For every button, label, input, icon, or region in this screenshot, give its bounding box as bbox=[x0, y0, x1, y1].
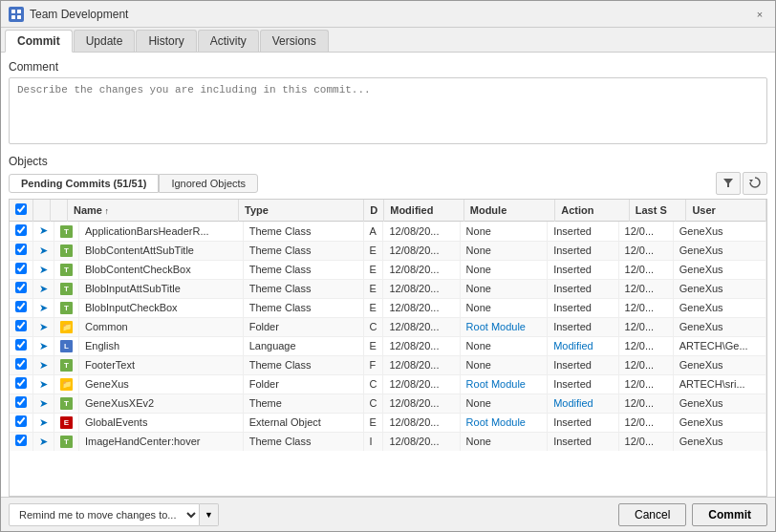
table-row: ➤ T ApplicationBarsHeaderR... Theme Clas… bbox=[10, 222, 766, 241]
row-modified: 12/08/20... bbox=[383, 336, 460, 355]
row-checkbox[interactable] bbox=[15, 377, 27, 389]
object-type-icon: T bbox=[60, 397, 73, 410]
svg-marker-4 bbox=[723, 179, 733, 187]
arrow-icon: ➤ bbox=[39, 321, 48, 332]
row-checkbox[interactable] bbox=[15, 263, 27, 274]
row-arrow-icon-cell: ➤ bbox=[33, 317, 54, 336]
tab-history[interactable]: History bbox=[136, 30, 196, 52]
row-type-icon-cell: T bbox=[54, 394, 79, 413]
col-header-module[interactable]: Module bbox=[463, 200, 554, 222]
arrow-icon: ➤ bbox=[39, 245, 48, 256]
sub-tab-pending[interactable]: Pending Commits (51/51) bbox=[9, 174, 159, 193]
row-type-icon-cell: E bbox=[54, 413, 79, 432]
tab-update[interactable]: Update bbox=[74, 30, 136, 52]
arrow-icon: ➤ bbox=[39, 359, 48, 371]
row-arrow-icon-cell: ➤ bbox=[33, 374, 54, 394]
table-row: ➤ T GeneXusXEv2 Theme C 12/08/20... None… bbox=[10, 394, 766, 413]
sub-tab-ignored[interactable]: Ignored Objects bbox=[159, 174, 258, 193]
row-action: Inserted bbox=[548, 260, 618, 279]
row-checkbox[interactable] bbox=[15, 339, 27, 351]
row-user: GeneXus bbox=[673, 298, 765, 317]
app-icon bbox=[9, 7, 24, 22]
row-d: C bbox=[363, 394, 383, 413]
row-user: GeneXus bbox=[673, 260, 765, 279]
svg-rect-1 bbox=[17, 10, 21, 13]
col-header-name[interactable]: Name bbox=[68, 200, 239, 222]
remind-select[interactable]: Remind me to move changes to... bbox=[9, 503, 200, 526]
row-checkbox[interactable] bbox=[15, 435, 27, 446]
arrow-icon: ➤ bbox=[39, 340, 48, 351]
row-type: Theme Class bbox=[243, 279, 363, 298]
dropdown-chevron-icon: ▼ bbox=[205, 510, 213, 520]
row-module: Root Module bbox=[460, 317, 548, 336]
svg-rect-2 bbox=[11, 15, 15, 19]
row-checkbox[interactable] bbox=[15, 301, 27, 312]
col-header-d[interactable]: D bbox=[364, 200, 384, 222]
col-header-lasts[interactable]: Last S bbox=[629, 200, 686, 222]
main-content: Comment Objects Pending Commits (51/51) … bbox=[1, 53, 775, 497]
tab-versions[interactable]: Versions bbox=[260, 30, 329, 52]
row-checkbox[interactable] bbox=[15, 224, 27, 236]
row-checkbox-cell bbox=[10, 317, 33, 336]
col-header-type[interactable]: Type bbox=[239, 200, 364, 222]
row-checkbox-cell bbox=[10, 336, 33, 355]
row-d: E bbox=[363, 260, 383, 279]
col-header-action[interactable]: Action bbox=[555, 200, 630, 222]
row-action: Inserted bbox=[548, 413, 618, 432]
commit-button[interactable]: Commit bbox=[692, 503, 767, 526]
row-modified: 12/08/20... bbox=[383, 355, 460, 374]
row-checkbox[interactable] bbox=[15, 320, 27, 331]
row-user: GeneXus bbox=[673, 317, 765, 336]
row-checkbox[interactable] bbox=[15, 358, 27, 370]
row-type-icon-cell: T bbox=[54, 279, 79, 298]
tab-commit[interactable]: Commit bbox=[5, 30, 73, 53]
table-row: ➤ L English Language E 12/08/20... None … bbox=[10, 336, 766, 355]
row-module: None bbox=[460, 279, 548, 298]
row-d: C bbox=[363, 317, 383, 336]
row-lasts: 12/0... bbox=[618, 336, 673, 355]
row-checkbox[interactable] bbox=[15, 244, 27, 255]
row-checkbox[interactable] bbox=[15, 282, 27, 293]
row-checkbox[interactable] bbox=[15, 415, 27, 427]
row-d: A bbox=[363, 222, 383, 241]
row-action: Inserted bbox=[548, 374, 618, 394]
row-type: Theme Class bbox=[243, 298, 363, 317]
sub-tabs-row: Pending Commits (51/51) Ignored Objects bbox=[9, 172, 767, 195]
row-name: GeneXus bbox=[79, 374, 244, 394]
row-name: Common bbox=[79, 317, 244, 336]
comment-textarea[interactable] bbox=[9, 77, 767, 144]
tab-activity[interactable]: Activity bbox=[198, 30, 259, 52]
row-checkbox[interactable] bbox=[15, 396, 27, 408]
object-type-icon: T bbox=[60, 245, 73, 257]
toolbar-icons bbox=[716, 172, 767, 195]
row-checkbox-cell bbox=[10, 355, 33, 374]
row-name: BlobInputAttSubTitle bbox=[79, 279, 244, 298]
object-type-icon: 📁 bbox=[60, 321, 73, 333]
close-button[interactable]: × bbox=[752, 8, 767, 21]
objects-section: Objects Pending Commits (51/51) Ignored … bbox=[9, 155, 767, 497]
refresh-button[interactable] bbox=[743, 172, 767, 195]
table-row: ➤ 📁 Common Folder C 12/08/20... Root Mod… bbox=[10, 317, 766, 336]
svg-marker-5 bbox=[749, 180, 753, 182]
row-arrow-icon-cell: ➤ bbox=[33, 336, 54, 355]
col-header-modified[interactable]: Modified bbox=[384, 200, 464, 222]
row-module: None bbox=[460, 336, 548, 355]
row-checkbox-cell bbox=[10, 279, 33, 298]
col-header-user[interactable]: User bbox=[686, 200, 766, 222]
row-arrow-icon-cell: ➤ bbox=[33, 260, 54, 279]
row-d: E bbox=[363, 279, 383, 298]
table-scroll-area[interactable]: ➤ T ApplicationBarsHeaderR... Theme Clas… bbox=[10, 222, 766, 451]
row-arrow-icon-cell: ➤ bbox=[33, 298, 54, 317]
row-modified: 12/08/20... bbox=[383, 413, 460, 432]
arrow-icon: ➤ bbox=[39, 283, 48, 294]
arrow-icon: ➤ bbox=[39, 224, 48, 236]
row-type-icon-cell: T bbox=[54, 222, 79, 241]
select-all-checkbox[interactable] bbox=[15, 203, 27, 215]
filter-button[interactable] bbox=[716, 172, 741, 195]
row-name: GeneXusXEv2 bbox=[79, 394, 244, 413]
row-user: GeneXus bbox=[673, 279, 765, 298]
row-action: Inserted bbox=[548, 279, 618, 298]
remind-dropdown-button[interactable]: ▼ bbox=[200, 503, 219, 526]
objects-table: Name Type D Modified Module Action Last … bbox=[10, 200, 766, 222]
cancel-button[interactable]: Cancel bbox=[618, 503, 686, 526]
